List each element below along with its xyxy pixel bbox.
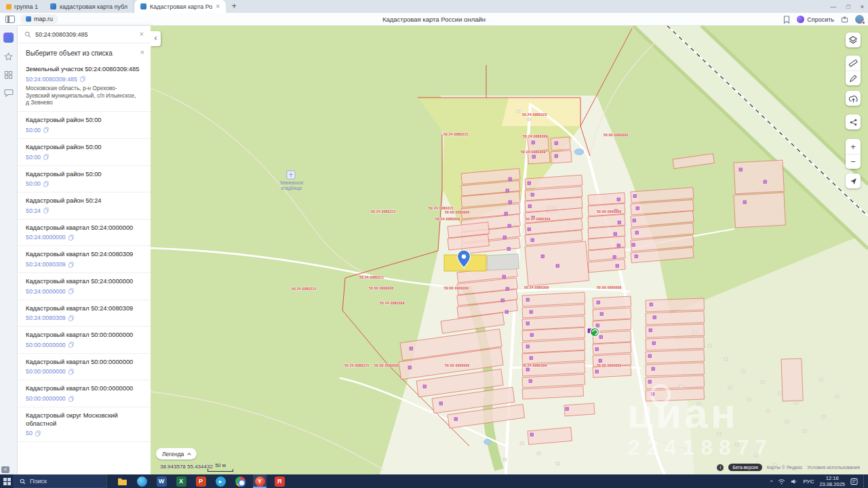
taskbar-app-powerpoint[interactable]: P [194,474,208,488]
chats-cloud-icon[interactable] [4,89,14,97]
share-button[interactable] [846,115,861,129]
object-code-link[interactable]: 50:24:0080309:485 [26,76,77,83]
list-item[interactable]: Кадастровый квартал 50:00:000000050:00:0… [18,354,151,381]
new-tab-button[interactable]: + [229,1,239,12]
tab-group-chip[interactable]: группа 1 [0,0,44,13]
search-bar[interactable]: × [18,26,151,43]
taskbar-app-chrome[interactable] [233,474,247,488]
extensions-icon[interactable] [841,16,848,23]
parcel-number-label: 50:24:0080315 [443,132,469,136]
tab-close-icon[interactable]: × [216,3,220,10]
cadastral-map[interactable]: 50:24:008032350:24:008031550:24:00803095… [151,26,868,474]
volume-icon[interactable] [791,479,797,485]
object-code-link[interactable]: 50 [26,430,33,436]
copy-icon[interactable] [68,262,74,268]
tray-chevron-icon[interactable]: ^ [770,479,773,485]
object-code-link[interactable]: 50:24:0080309 [26,261,66,268]
object-code-link[interactable]: 50:00:0000000 [26,368,66,375]
copy-icon[interactable] [43,154,49,160]
object-title: Кадастровый район 50:00 [26,171,142,179]
terms-link[interactable]: Условия использования [807,465,860,470]
tab-cadastral-public[interactable]: кадастровая карта публ [44,0,134,13]
notifications-icon[interactable] [850,478,858,485]
list-item[interactable]: Кадастровый округ Московский областной50 [18,407,151,442]
edit-button[interactable] [846,70,861,85]
copy-icon[interactable] [68,342,74,348]
copy-icon[interactable] [35,430,41,436]
list-item[interactable]: Кадастровый район 50:2450:24 [18,192,151,220]
taskbar-search[interactable]: Поиск [14,474,107,488]
copy-icon[interactable] [43,127,49,133]
copy-icon[interactable] [80,76,85,82]
show-desktop-button[interactable] [863,474,866,488]
object-code-link[interactable]: 50:00:0000000 [26,342,66,348]
info-icon[interactable]: i [717,464,724,471]
map-credits[interactable]: Карты © Яндекс [767,465,803,470]
window-minimize-button[interactable]: — [830,3,836,10]
parcel-number-label: 50:24:0080309 [380,301,405,305]
copy-icon[interactable] [43,207,49,214]
copy-icon[interactable] [43,181,49,187]
panel-close-icon[interactable]: × [140,48,144,56]
zoom-in-button[interactable]: + [846,139,861,154]
banner-collapse-button[interactable]: « [1,466,9,473]
map-scale: 50 м [208,462,233,472]
window-close-button[interactable]: × [861,3,864,10]
tableau-grid-icon[interactable] [4,70,13,79]
taskbar-clock[interactable]: 12:16 23.08.2025 [819,475,845,488]
language-indicator[interactable]: РУС [803,479,814,485]
taskbar-app-excel[interactable]: X [174,474,188,488]
taskbar-app-telegram[interactable]: ▸ [214,474,227,488]
locate-button[interactable] [846,174,861,188]
object-code-link[interactable]: 50:00 [26,154,41,161]
copy-icon[interactable] [68,396,74,402]
object-code-link[interactable]: 50:00:0000000 [26,395,66,402]
ask-alice-button[interactable]: Спросить [797,16,834,23]
bookmark-flag-icon[interactable] [783,16,790,24]
object-code-link[interactable]: 50:24:0000000 [26,234,66,241]
list-item[interactable]: Кадастровый квартал 50:24:008030950:24:0… [18,300,151,327]
search-input[interactable] [35,31,136,38]
wifi-icon[interactable] [778,479,785,485]
profile-avatar[interactable] [855,15,864,24]
url-field[interactable]: map.ru [20,14,58,24]
object-code-link[interactable]: 50:24:0000000 [26,288,66,295]
tab-cadastral-russia-active[interactable]: Кадастровая карта Ро × [134,0,226,13]
side-panel-icon[interactable] [5,16,15,23]
object-code-link[interactable]: 50:24:0080309 [26,314,66,321]
copy-icon[interactable] [68,288,74,294]
map-container: 50:24:008032350:24:008031550:24:00803095… [151,26,868,474]
list-item[interactable]: Кадастровый квартал 50:24:008030950:24:0… [18,246,151,273]
list-item[interactable]: Кадастровый район 50:0050:00 [18,166,151,193]
list-item[interactable]: Кадастровый квартал 50:24:000000050:24:0… [18,220,151,247]
green-poi-marker[interactable] [591,328,599,337]
layers-button[interactable] [846,33,861,47]
ruler-button[interactable] [846,56,861,70]
taskbar-app-red[interactable]: Я [273,474,286,488]
taskbar-app-browser[interactable] [135,474,149,488]
list-item[interactable]: Кадастровый район 50:0050:00 [18,112,151,139]
list-item[interactable]: Кадастровый квартал 50:24:000000050:24:0… [18,273,151,300]
upload-button[interactable] [846,91,861,106]
object-code-link[interactable]: 50:00 [26,127,41,134]
list-item[interactable]: Кадастровый квартал 50:00:000000050:00:0… [18,327,151,354]
object-code-link[interactable]: 50:24 [26,207,41,214]
favorites-star-icon[interactable] [4,52,13,61]
browser-logo-icon[interactable] [3,33,14,43]
list-item[interactable]: Кадастровый район 50:0050:00 [18,139,151,166]
copy-icon[interactable] [68,369,74,375]
window-maximize-button[interactable]: □ [846,3,850,10]
collapse-panel-button[interactable]: ‹ [151,31,161,46]
taskbar-app-explorer[interactable] [115,474,129,488]
clear-search-icon[interactable]: × [140,30,144,38]
taskbar-app-word[interactable]: W [155,474,168,488]
taskbar-app-yandex-browser[interactable]: Y [253,474,267,488]
list-item[interactable]: Земельный участок 50:24:0080309:48550:24… [18,61,151,112]
zoom-out-button[interactable]: − [846,154,861,169]
list-item[interactable]: Кадастровый квартал 50:00:000000050:00:0… [18,380,151,407]
start-button[interactable] [0,474,14,488]
object-code-link[interactable]: 50:00 [26,180,41,187]
copy-icon[interactable] [68,315,74,321]
legend-button[interactable]: Легенда [156,448,197,460]
copy-icon[interactable] [68,235,74,241]
